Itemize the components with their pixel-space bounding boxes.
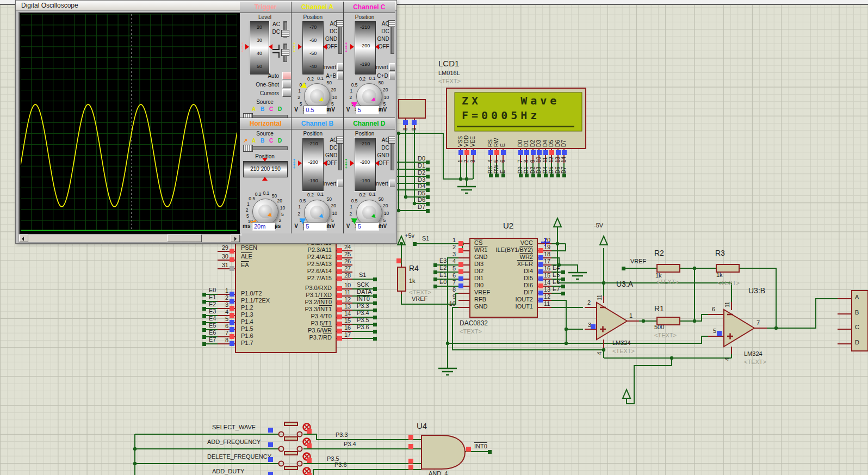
- trigger-edge-thumb[interactable]: [281, 49, 289, 56]
- schematic-label: 15: [544, 273, 550, 279]
- wire-terminal: [544, 174, 548, 177]
- schematic-label: 26: [344, 258, 351, 265]
- wire-terminal: [426, 209, 430, 213]
- dial-number: 2: [349, 211, 352, 217]
- wire-terminal: [426, 182, 430, 186]
- dial-number: 2: [297, 211, 300, 217]
- pin-state-square: [337, 307, 342, 312]
- dial-number: 20: [383, 203, 388, 208]
- value-box[interactable]: 5: [303, 222, 327, 231]
- coupling-slider-thumb[interactable]: [336, 20, 343, 27]
- schematic-label: P2.6/A14: [307, 268, 332, 275]
- dial-number: 5: [246, 213, 249, 219]
- schematic-label: P1.5: [241, 326, 253, 332]
- pin-state-square: [337, 255, 342, 260]
- gauge-value: 30: [250, 38, 269, 43]
- schematic-label: 13: [544, 287, 550, 293]
- scope-scrollbar[interactable]: [18, 234, 240, 243]
- invert-button[interactable]: [337, 180, 343, 187]
- dial-number: 0.5: [249, 196, 255, 201]
- schematic-label: INT0: [357, 296, 370, 303]
- schematic-label: 1k: [716, 272, 723, 279]
- unit-left-label: ms: [243, 223, 250, 229]
- schematic-label: P3.3: [336, 432, 348, 439]
- coupling-label-OFF: OFF: [324, 44, 337, 50]
- position-arrows-icon[interactable]: ↕: [344, 40, 349, 48]
- panel-title-trigger: Trigger: [240, 2, 291, 13]
- schematic-label: U3:A: [616, 280, 633, 288]
- schematic-label: LM016L: [438, 70, 460, 77]
- dial-number: 0.1: [263, 190, 269, 196]
- schematic-label: 11: [543, 157, 549, 163]
- scroll-right-icon[interactable]: [231, 235, 240, 242]
- position-arrows-icon[interactable]: ↕: [240, 40, 245, 48]
- schematic-label: DELETE_FREQUENCY: [207, 454, 271, 460]
- trigger-button-One-Shot[interactable]: [282, 81, 291, 88]
- position-arrows-icon[interactable]: ↕: [344, 156, 349, 164]
- scroll-thumb[interactable]: [167, 235, 202, 242]
- schematic-label: 3: [225, 302, 228, 309]
- pin-state-square: [458, 150, 463, 155]
- invert-button[interactable]: [337, 63, 343, 71]
- wire-terminal: [525, 174, 529, 177]
- pin-state-square: [403, 120, 408, 125]
- source-slider-thumb[interactable]: [243, 113, 253, 118]
- schematic-label: E7: [209, 337, 216, 343]
- dial-number: 1: [247, 201, 250, 207]
- position-arrows-icon[interactable]: ↕: [292, 156, 296, 164]
- schematic-label: 7: [452, 280, 456, 286]
- coupling-slider-thumb[interactable]: [336, 137, 343, 144]
- wire-terminal: [426, 161, 430, 164]
- trigger-button-Cursors[interactable]: [282, 89, 291, 97]
- pin-state-square: [556, 150, 561, 155]
- source-letter-B: B: [261, 106, 264, 112]
- schematic-label: E0: [439, 279, 447, 286]
- source-slider-thumb[interactable]: [243, 145, 253, 152]
- oscilloscope-window[interactable]: Digital Oscilloscope x TriggerLevel20304…: [15, 0, 397, 244]
- schematic-label: DI1: [474, 275, 483, 282]
- schematic-label: P3.0/RXD: [305, 285, 332, 292]
- schematic-label: GND: [474, 254, 487, 261]
- wire-terminal: [426, 188, 430, 192]
- value-box[interactable]: 0.5: [303, 106, 327, 114]
- coupling-slider-thumb[interactable]: [388, 137, 395, 144]
- invert-button[interactable]: [389, 63, 395, 71]
- schematic-label: R2: [654, 249, 664, 257]
- position-gauge[interactable]: 210 200 190: [243, 161, 288, 177]
- value-box[interactable]: 5: [356, 106, 379, 114]
- pin-state-square: [337, 300, 342, 305]
- position-gauge[interactable]: 20304050: [250, 21, 269, 75]
- trigger-coupling-thumb[interactable]: [281, 30, 289, 37]
- schematic-label: P1.1/T2EX: [241, 298, 270, 304]
- scroll-left-icon[interactable]: [19, 235, 28, 242]
- schematic-label: 10: [536, 157, 542, 163]
- window-title: Digital Oscilloscope: [21, 2, 78, 9]
- coupling-slider-thumb[interactable]: [388, 20, 395, 27]
- unit-left-label: V: [346, 107, 350, 113]
- pin-state-square: [337, 269, 342, 274]
- schematic-label: P2.3/A11: [308, 247, 332, 254]
- schematic-label: 4: [488, 159, 494, 163]
- position-arrows-icon[interactable]: ↕: [292, 40, 296, 48]
- position-label: Position: [344, 14, 386, 20]
- schematic-label: 24: [344, 244, 351, 251]
- schematic-label: 14: [544, 280, 550, 286]
- schematic-label: E2: [209, 301, 216, 308]
- coupling-label-GND: GND: [376, 152, 389, 158]
- level-label: Level: [240, 14, 290, 20]
- pin-state-square: [337, 293, 342, 298]
- panel-title-channel-c: Channel C: [344, 2, 395, 13]
- wire-terminal: [202, 293, 206, 297]
- pin-state-square: [501, 150, 506, 155]
- schematic-label: E4: [209, 316, 216, 322]
- wire-terminal: [202, 342, 206, 346]
- value-box[interactable]: 20m: [252, 222, 275, 231]
- unit-left-label: V: [294, 107, 298, 113]
- pin-state-square: [230, 306, 234, 311]
- value-box[interactable]: 5: [356, 222, 379, 231]
- dial-number: 50: [379, 196, 383, 202]
- trigger-button-Auto[interactable]: [282, 72, 291, 79]
- schematic-label: <TEXT>: [656, 279, 679, 286]
- gauge-value: 40: [250, 51, 269, 56]
- invert-button[interactable]: [389, 180, 395, 187]
